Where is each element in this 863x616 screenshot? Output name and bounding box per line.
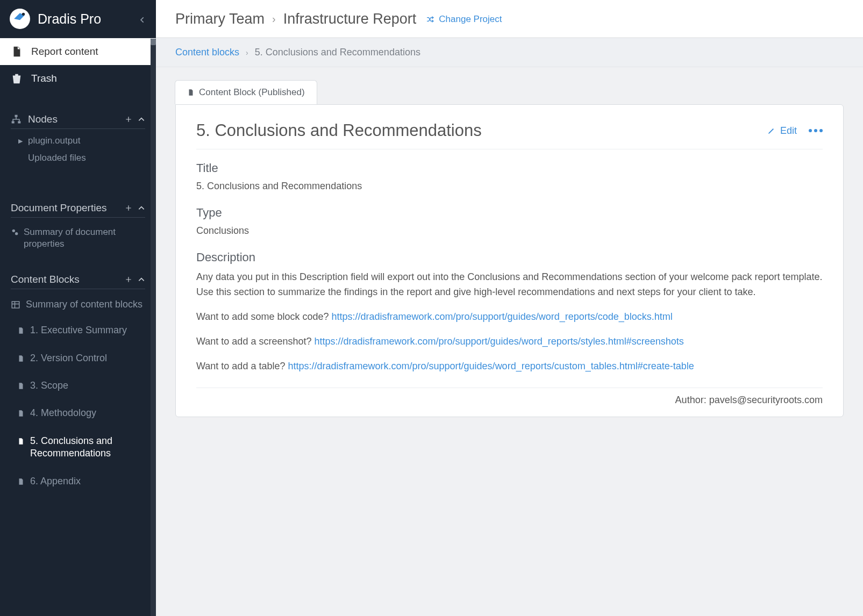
gears-icon [11, 228, 19, 237]
plus-icon[interactable] [125, 116, 132, 123]
shuffle-icon [426, 15, 434, 24]
link-tables[interactable]: https://dradisframework.com/pro/support/… [288, 361, 694, 371]
file-icon [17, 437, 25, 446]
breadcrumb-root[interactable]: Content blocks [175, 47, 239, 58]
scrollbar-thumb[interactable] [151, 39, 156, 45]
cb-item-version-control[interactable]: 2. Version Control [0, 345, 156, 372]
svg-point-4 [12, 230, 15, 232]
trash-icon [11, 73, 23, 84]
title-label: Title [196, 161, 823, 175]
file-icon [17, 409, 25, 418]
node-item-label: plugin.output [28, 135, 80, 146]
cb-item-scope[interactable]: 3. Scope [0, 372, 156, 399]
svg-point-5 [15, 232, 18, 235]
description-label: Description [196, 250, 823, 264]
sidebar-collapse-button[interactable] [139, 11, 146, 27]
docprops-summary-link[interactable]: Summary of document properties [0, 221, 156, 255]
file-icon [17, 354, 25, 363]
breadcrumb-leaf: 5. Conclusions and Recommendations [255, 47, 420, 58]
title-value: 5. Conclusions and Recommendations [196, 181, 823, 192]
cb-item-label: 6. Appendix [30, 475, 81, 488]
type-label: Type [196, 206, 823, 220]
cb-item-conclusions[interactable]: 5. Conclusions and Recommendations [0, 427, 156, 468]
main-area: Primary Team › Infrastructure Report Cha… [156, 0, 863, 616]
file-icon [11, 46, 23, 58]
description-paragraph: Any data you put in this Description fie… [196, 270, 823, 300]
sidebar-item-report-content[interactable]: Report content [0, 38, 156, 65]
help-line-screenshot: Want to add a screenshot? https://dradis… [196, 334, 823, 349]
help-line-code-blocks: Want to add some block code? https://dra… [196, 310, 823, 325]
sidebar-scrollbar[interactable] [151, 39, 156, 616]
nodes-title: Nodes [28, 113, 58, 125]
app-logo-icon [10, 9, 30, 29]
chevron-up-icon[interactable] [138, 204, 145, 212]
cb-item-label: 2. Version Control [30, 352, 107, 364]
sidebar-section-content-blocks: Content Blocks [0, 265, 156, 292]
link-screenshots[interactable]: https://dradisframework.com/pro/support/… [314, 336, 683, 347]
cb-title: Content Blocks [11, 274, 80, 285]
tab-label: Content Block (Published) [199, 87, 305, 98]
edit-label: Edit [780, 125, 797, 137]
pencil-icon [767, 126, 776, 135]
sidebar-section-docprops: Document Properties [0, 194, 156, 221]
file-icon [17, 477, 25, 486]
app-name: Dradis Pro [38, 11, 101, 27]
docprops-title: Document Properties [11, 202, 106, 214]
file-icon [17, 382, 25, 390]
cb-item-executive-summary[interactable]: 1. Executive Summary [0, 317, 156, 344]
docprops-summary-label: Summary of document properties [24, 226, 145, 250]
cb-item-label: 4. Methodology [30, 407, 96, 419]
chevron-up-icon[interactable] [138, 276, 145, 283]
change-project-label: Change Project [439, 14, 502, 25]
project-header: Primary Team › Infrastructure Report Cha… [156, 0, 863, 38]
content-wrap: Content Block (Published) 5. Conclusions… [156, 67, 863, 616]
type-value: Conclusions [196, 225, 823, 237]
cb-item-methodology[interactable]: 4. Methodology [0, 399, 156, 427]
help-line-table: Want to add a table? https://dradisframe… [196, 359, 823, 374]
change-project-button[interactable]: Change Project [426, 14, 502, 25]
svg-rect-1 [15, 115, 18, 117]
caret-right-icon: ▶ [18, 138, 24, 145]
svg-point-0 [22, 13, 25, 16]
chevron-right-icon: › [272, 13, 276, 25]
sidebar-item-label: Trash [31, 73, 57, 84]
node-item-label: Uploaded files [28, 153, 86, 163]
chevron-right-icon: › [246, 48, 248, 57]
cb-summary-label: Summary of content blocks [26, 299, 142, 310]
link-code-blocks[interactable]: https://dradisframework.com/pro/support/… [331, 311, 672, 322]
sidebar-item-trash[interactable]: Trash [0, 65, 156, 92]
table-icon [11, 300, 20, 310]
app-header: Dradis Pro [0, 0, 156, 38]
file-icon [17, 326, 25, 335]
svg-rect-6 [12, 302, 19, 308]
tab-content-block[interactable]: Content Block (Published) [175, 80, 317, 104]
plus-icon[interactable] [125, 276, 132, 283]
node-item-plugin-output[interactable]: ▶ plugin.output [0, 132, 156, 149]
sitemap-icon [11, 114, 22, 125]
node-item-uploaded-files[interactable]: Uploaded files [0, 149, 156, 167]
sidebar-item-label: Report content [31, 46, 98, 58]
cb-item-appendix[interactable]: 6. Appendix [0, 468, 156, 495]
author-line: Author: pavels@securityroots.com [196, 388, 823, 406]
cb-item-label: 3. Scope [30, 379, 68, 392]
svg-rect-2 [12, 121, 15, 123]
cb-item-label: 1. Executive Summary [30, 324, 127, 336]
sidebar-section-nodes: Nodes [0, 105, 156, 132]
author-value: pavels@securityroots.com [709, 395, 823, 405]
project-name: Infrastructure Report [283, 11, 417, 27]
sidebar: Dradis Pro Report content Trash Nodes ▶ … [0, 0, 156, 616]
cb-item-label: 5. Conclusions and Recommendations [30, 435, 145, 460]
svg-rect-3 [18, 121, 20, 123]
content-card: 5. Conclusions and Recommendations Edit … [175, 104, 844, 417]
team-name: Primary Team [175, 11, 265, 27]
page-title: 5. Conclusions and Recommendations [196, 121, 482, 140]
chevron-up-icon[interactable] [138, 116, 145, 123]
file-icon [187, 88, 195, 97]
more-actions-button[interactable] [809, 129, 823, 132]
plus-icon[interactable] [125, 204, 132, 212]
cb-summary-link[interactable]: Summary of content blocks [0, 292, 156, 317]
edit-button[interactable]: Edit [767, 125, 797, 137]
breadcrumb: Content blocks › 5. Conclusions and Reco… [156, 38, 863, 67]
